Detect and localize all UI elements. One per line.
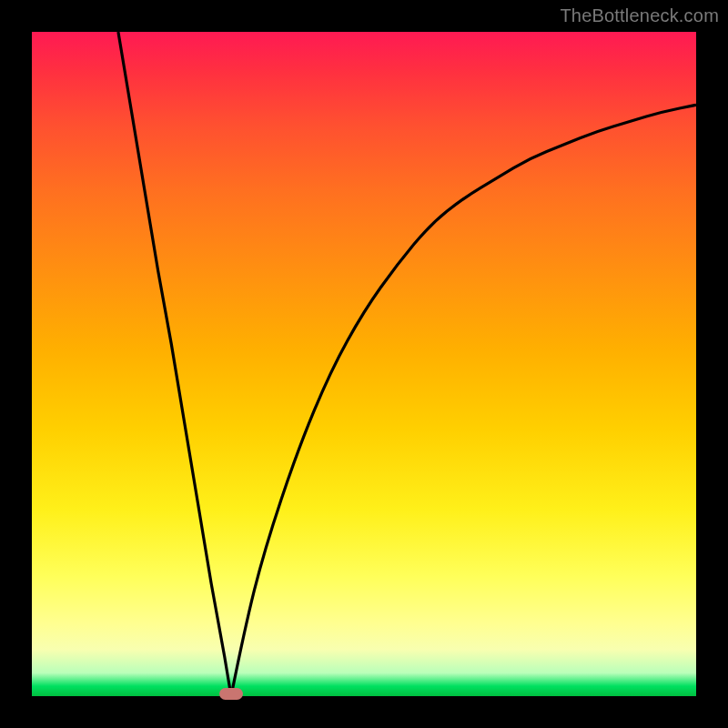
curve-svg	[32, 32, 696, 696]
bottleneck-marker	[219, 688, 243, 700]
curve-right	[231, 105, 696, 696]
chart-frame: TheBottleneck.com	[0, 0, 728, 728]
curve-left	[118, 32, 231, 696]
watermark-text: TheBottleneck.com	[560, 5, 719, 26]
plot-area	[32, 32, 696, 696]
